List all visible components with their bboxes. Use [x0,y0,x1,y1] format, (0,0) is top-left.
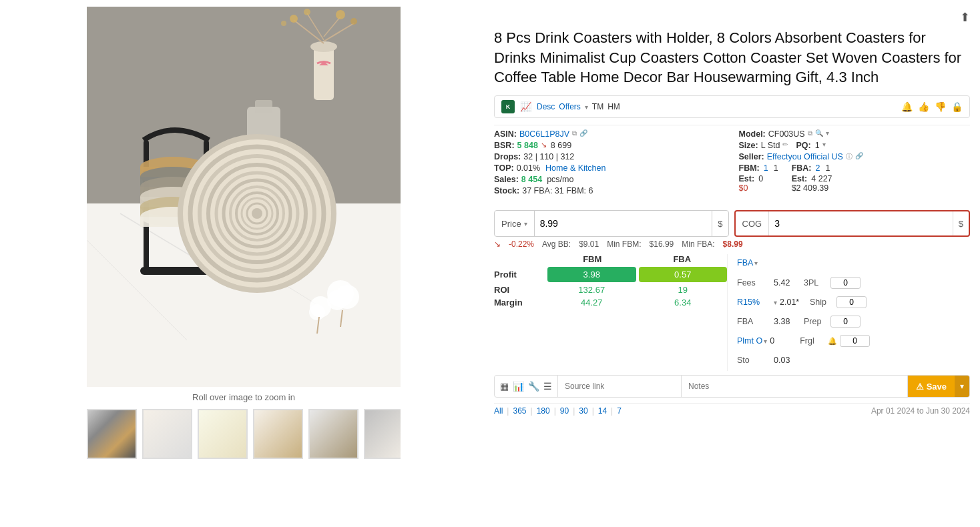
r15-dropdown[interactable]: R15% [737,298,774,307]
thumbs-up-icon[interactable]: 👍 [918,101,929,112]
thumbnail-6[interactable] [364,409,401,459]
date-range-links: All | 365 | 180 | 90 | 30 | 14 | 7 [494,406,622,416]
thumbs-down-icon[interactable]: 👎 [935,101,946,112]
keepa-hm-link[interactable]: HM [607,102,620,111]
stock-value: 37 FBA: 31 FBM: 6 [522,186,593,195]
bb-min-fbm-label: Min FBM: [607,239,641,249]
date-link-7[interactable]: 7 [617,406,622,416]
cog-input[interactable] [768,211,953,235]
plmt-dropdown[interactable]: Plmt O [737,336,762,346]
svg-point-56 [252,208,262,219]
save-button[interactable]: ⚠ Save [908,376,955,397]
table-icon[interactable]: ▦ [500,381,509,392]
price-currency: $ [712,211,728,236]
pq-chevron[interactable]: ▾ [822,141,826,148]
wrench-icon[interactable]: 🔧 [528,381,539,392]
thumbnail-2[interactable] [142,409,192,459]
list-icon[interactable]: ☰ [543,381,552,392]
frgl-icon: 🔔 [828,337,837,346]
est-fbm-val2: $0 [739,183,748,193]
fbm-header: FBM [547,254,638,264]
save-dropdown-button[interactable]: ▾ [955,376,969,397]
fba-section: FBA: 2 1 Est: 4 227 $2 409.39 [792,163,832,193]
date-range-bar: All | 365 | 180 | 90 | 30 | 14 | 7 Apr 0… [494,403,970,418]
date-link-30[interactable]: 30 [579,406,587,416]
fbm-val2: 1 [774,163,778,173]
details-grid: ASIN: B0C6L1P8JV ⧉ 🔗 BSR: 5 848 ↘ 8 699 … [494,125,970,199]
keepa-offers-link[interactable]: Offers [559,102,580,111]
svg-point-14 [304,9,310,15]
notes-input[interactable] [682,376,908,397]
chart-icon[interactable]: 📊 [513,381,524,392]
product-title: 8 Pcs Drink Coasters with Holder, 8 Colo… [494,28,970,87]
date-link-180[interactable]: 180 [537,406,550,416]
bell-icon[interactable]: 🔔 [901,101,913,112]
profit-label: Profit [494,270,547,280]
keepa-chart-icon[interactable]: 📈 [520,101,531,112]
fbm-fba-container: FBM: 1 1 Est: 0 $0 [739,163,971,193]
size-value: L Std [761,141,780,150]
r15-value: 2.01* [780,298,803,307]
thumbnail-1[interactable] [87,409,137,459]
margin-fbm-value: 44.27 [547,298,636,308]
seller-link-icon[interactable]: 🔗 [855,152,863,159]
asin-link-icon[interactable]: 🔗 [579,129,587,137]
price-label[interactable]: Price ▾ [495,219,534,229]
model-search-icon[interactable]: 🔍 [815,129,823,137]
fba-val1[interactable]: 2 [816,163,820,173]
bb-pct: -0.22% [509,239,534,249]
r15-chevron: ▾ [774,299,777,306]
top-category[interactable]: Home & Kitchen [545,163,605,173]
date-link-365[interactable]: 365 [513,406,526,416]
seller-value[interactable]: Effectyou Official US [767,152,843,161]
thumbnail-4[interactable] [253,409,303,459]
fbm-val1[interactable]: 1 [764,163,768,173]
model-value: CF003US [768,129,805,139]
date-link-14[interactable]: 14 [598,406,607,416]
sales-unit: pcs/mo [547,175,573,184]
keepa-tm-link[interactable]: TM [592,102,603,111]
keepa-desc-link[interactable]: Desc [537,102,555,111]
main-product-image: MOUNTAIN [87,7,401,387]
calc-section: FBM FBA Profit 3.98 0.57 ROI 132.67 19 [494,254,970,371]
asin-copy-icon[interactable]: ⧉ [572,129,577,137]
stock-row: Stock: 37 FBA: 31 FBM: 6 [494,186,726,195]
thumbnail-5[interactable] [308,409,358,459]
plmt-value: 0 [770,336,793,346]
fba-calc-dropdown[interactable]: FBA [737,258,753,268]
prep-label: Prep [804,317,830,326]
svg-point-16 [350,18,357,25]
profit-fba-value: 0.57 [639,267,728,282]
model-chevron: ▾ [826,129,829,137]
size-edit-icon[interactable]: ✏ [782,141,788,148]
sales-row: Sales: 8 454 pcs/mo [494,175,726,184]
lock-icon[interactable]: 🔒 [951,101,963,112]
model-copy-icon[interactable]: ⧉ [808,129,812,137]
roi-fba-value: 19 [639,285,728,295]
top-row: TOP: 0.01% Home & Kitchen [494,163,726,173]
date-range-text: Apr 01 2024 to Jun 30 2024 [871,406,970,416]
tpl-input[interactable] [830,277,861,289]
date-link-all[interactable]: All [494,406,503,416]
frgl-input[interactable] [840,335,870,347]
top-value: 0.01% [517,163,540,173]
fba-val2: 1 [825,163,830,173]
left-panel: MOUNTAIN [0,0,487,527]
price-input[interactable] [534,211,712,236]
seller-row: Seller: Effectyou Official US ⓘ 🔗 [739,152,971,161]
price-box: Price ▾ $ [494,210,729,237]
margin-label: Margin [494,298,547,308]
thumbnail-3[interactable] [198,409,248,459]
prep-input[interactable] [830,316,861,328]
source-link-input[interactable] [558,376,682,397]
fees-label: Fees [737,278,774,288]
share-icon[interactable]: ⬆ [960,10,970,25]
tpl-label: 3PL [804,278,830,288]
date-link-90[interactable]: 90 [560,406,569,416]
ship-input[interactable] [836,296,867,308]
model-row: Model: CF003US ⧉ 🔍 ▾ [739,129,971,139]
drops-row: Drops: 32 | 110 | 312 [494,152,726,161]
sto-value: 0.03 [774,356,797,365]
asin-value[interactable]: B0C6L1P8JV [519,129,569,139]
seller-info-icon[interactable]: ⓘ [846,152,852,161]
